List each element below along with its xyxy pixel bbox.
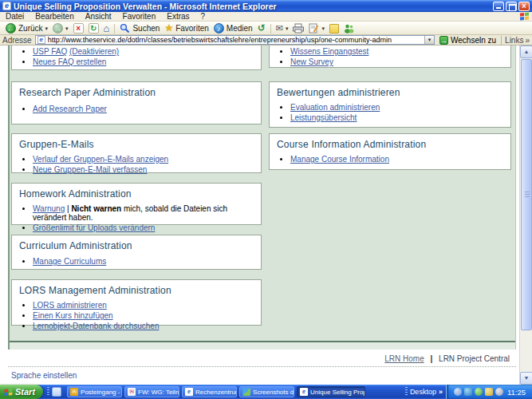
tray-icon-4[interactable] — [485, 388, 493, 396]
print-button[interactable] — [290, 22, 306, 34]
tray-icon-2[interactable] — [464, 388, 472, 396]
lrn-project-central-link[interactable]: LRN Project Central — [439, 354, 510, 363]
task-label: Posteingang - Micros... — [81, 389, 122, 396]
restore-button[interactable] — [506, 2, 517, 11]
discuss-button[interactable] — [327, 22, 341, 34]
taskbar: Start ✉ Posteingang - Micros... ✉ FW: WG… — [0, 385, 532, 399]
toolbar-grip[interactable] — [47, 387, 49, 397]
edit-dropdown-icon[interactable]: ▾ — [321, 26, 325, 32]
manage-curriculums-link[interactable]: Manage Curriculums — [33, 257, 106, 266]
deaktivieren-link[interactable]: (Deaktivieren) — [69, 47, 119, 56]
neue-gruppen-email-link[interactable]: Neue Gruppen-E-Mail verfassen — [33, 165, 147, 174]
outlook-icon: ✉ — [70, 388, 78, 396]
list-item: Leistungsübersicht — [290, 113, 510, 122]
address-input[interactable]: e http://www.theservice.de/dotlrn/classe… — [35, 35, 435, 45]
tray-icon-5[interactable] — [495, 388, 503, 396]
back-button[interactable]: ← Zurück ▾ — [3, 22, 50, 34]
panel-course-information: Course Information Administration Manage… — [269, 133, 511, 170]
go-button[interactable]: → Wechseln zu — [438, 36, 498, 45]
messenger-icon — [344, 23, 354, 34]
panel-bewertungen: Bewertungen administrieren Evaluation ad… — [269, 81, 511, 128]
search-button[interactable]: Suchen — [117, 22, 162, 34]
wissens-eingangstest-link[interactable]: Wissens Eingangstest — [290, 47, 368, 56]
taskbar-task-posteingang[interactable]: ✉ Posteingang - Micros... — [67, 386, 122, 397]
new-survey-link[interactable]: New Survey — [290, 57, 333, 66]
go-label: Wechseln zu — [451, 36, 496, 45]
edit-button[interactable]: ▾ — [306, 22, 327, 34]
mail-button[interactable]: ✉ ▾ — [274, 22, 291, 34]
back-dropdown-icon[interactable]: ▾ — [45, 26, 49, 32]
media-button[interactable]: ♪ Medien — [211, 22, 255, 34]
refresh-icon: ↻ — [89, 23, 99, 34]
panel-title: Homework Administration — [12, 184, 261, 200]
taskbar-task-fw-wg-teilnahme[interactable]: ✉ FW: WG: Teilnahme v... — [124, 386, 179, 397]
menu-item-datei[interactable]: Datei — [0, 12, 30, 22]
mail-dropdown-icon[interactable]: ▾ — [286, 26, 289, 32]
usp-faq-link[interactable]: USP FAQ — [33, 47, 67, 56]
address-label: Adresse — [2, 36, 32, 45]
lrn-home-link[interactable]: LRN Home — [384, 354, 424, 363]
menu-item-favoriten[interactable]: Favoriten — [117, 12, 162, 22]
address-url: http://www.theservice.de/dotlrn/classes/… — [48, 36, 422, 44]
toolbar-grip[interactable] — [405, 387, 408, 397]
toolbar-separator — [270, 24, 271, 34]
close-button[interactable]: × — [518, 2, 530, 11]
home-button[interactable]: ⌂ — [101, 22, 112, 34]
neues-faq-link[interactable]: Neues FAQ erstellen — [33, 57, 106, 66]
kurs-hinzufuegen-link[interactable]: Einen Kurs hinzufügen — [33, 311, 113, 320]
minimize-button[interactable] — [493, 2, 504, 11]
menu-item-ansicht[interactable]: Ansicht — [80, 12, 117, 22]
task-label: Screenshots dotLRN... — [253, 389, 294, 396]
list-item: Verlauf der Gruppen-E-Mails anzeigen — [33, 155, 261, 164]
overflow-chevron-icon[interactable]: » — [439, 388, 443, 396]
list-item: Lernobjekt-Datenbank durchsuchen — [33, 322, 261, 330]
list-item: Add Research Paper — [33, 105, 261, 113]
address-dropdown-icon[interactable]: ▾ — [424, 36, 434, 44]
start-button[interactable]: Start — [0, 385, 43, 399]
menu-item-bearbeiten[interactable]: Bearbeiten — [30, 12, 79, 22]
desktop-toolbar[interactable]: Desktop » — [402, 387, 446, 397]
manage-course-information-link[interactable]: Manage Course Information — [290, 155, 389, 164]
scroll-up-button[interactable]: ▲ — [520, 45, 532, 58]
lors-administrieren-link[interactable]: LORS administrieren — [33, 301, 107, 310]
history-button[interactable]: ↺ — [255, 22, 268, 34]
list-item: USP FAQ (Deaktivieren) — [33, 47, 261, 56]
browser-viewport: USP FAQ (Deaktivieren) Neues FAQ erstell… — [0, 45, 532, 385]
favorites-button[interactable]: ★ Favoriten — [162, 22, 211, 34]
panel-title: Curriculum Administration — [12, 235, 261, 251]
search-label: Suchen — [132, 24, 160, 33]
task-label: Unique Selling Proposi... — [310, 389, 365, 396]
panel-title: Bewertungen administrieren — [270, 82, 510, 98]
scroll-thumb[interactable] — [521, 59, 532, 330]
list-item: Neues FAQ erstellen — [33, 57, 261, 66]
taskbar-task-rechenzentrum[interactable]: e Rechenzentrum Uni K... — [182, 386, 237, 397]
menu-item-extras[interactable]: Extras — [161, 12, 195, 22]
warnung-link[interactable]: Warnung — [33, 204, 65, 213]
print-icon — [293, 23, 304, 34]
messenger-button[interactable] — [341, 22, 357, 34]
verlauf-gruppen-emails-link[interactable]: Verlauf der Gruppen-E-Mails anzeigen — [33, 155, 168, 164]
start-label: Start — [15, 387, 35, 397]
taskbar-task-screenshots[interactable]: Screenshots dotLRN... — [239, 386, 294, 397]
tray-icon-3[interactable] — [475, 388, 483, 396]
forward-button[interactable]: → ▾ — [50, 22, 71, 34]
scroll-down-button[interactable]: ▼ — [520, 372, 532, 385]
lernobjekt-datenbank-link[interactable]: Lernobjekt-Datenbank durchsuchen — [33, 322, 159, 330]
panel-title: LORS Management Administration — [12, 280, 261, 296]
links-toolbar[interactable]: Links » — [501, 36, 530, 45]
vertical-scrollbar[interactable]: ▲ ▼ — [519, 45, 532, 385]
stop-button[interactable]: × — [71, 22, 86, 34]
tray-icon-1[interactable] — [454, 388, 462, 396]
menu-item-hilfe[interactable]: ? — [195, 12, 211, 22]
language-link[interactable]: Sprache einstellen — [11, 371, 77, 380]
forward-dropdown-icon[interactable]: ▾ — [65, 26, 69, 32]
mail-message-icon: ✉ — [128, 388, 136, 396]
add-research-paper-link[interactable]: Add Research Paper — [33, 105, 107, 113]
evaluation-administrieren-link[interactable]: Evaluation administrieren — [290, 103, 380, 112]
refresh-button[interactable]: ↻ — [86, 22, 101, 34]
show-desktop-icon[interactable] — [52, 387, 61, 397]
leistungsuebersicht-link[interactable]: Leistungsübersicht — [290, 113, 357, 122]
taskbar-task-unique-selling-active[interactable]: e Unique Selling Proposi... — [297, 386, 365, 397]
ie-page-icon: e — [300, 388, 308, 396]
groessenlimit-link[interactable]: Größenlimit für Uploads verändern — [33, 223, 155, 232]
